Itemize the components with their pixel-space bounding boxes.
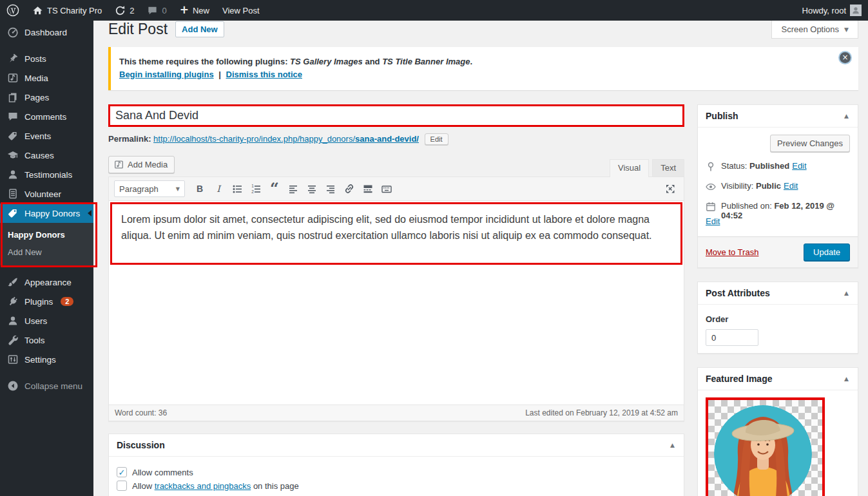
collapse-menu-button[interactable]: Collapse menu (0, 376, 93, 396)
publish-title: Publish (706, 111, 738, 121)
bullet-list-button[interactable] (229, 181, 246, 196)
featured-image-title: Featured Image (706, 374, 772, 384)
document-icon (7, 188, 19, 200)
svg-text:1: 1 (251, 184, 254, 188)
sidebar-item-pages[interactable]: Pages (0, 88, 93, 107)
allow-comments-checkbox[interactable]: ✓ (117, 467, 127, 477)
order-input[interactable] (706, 329, 758, 346)
add-media-button[interactable]: Add Media (108, 156, 175, 173)
new-content-menu[interactable]: + New (173, 0, 216, 21)
sidebar-item-causes[interactable]: Causes (0, 146, 93, 165)
allow-comments-label: Allow comments (132, 468, 193, 477)
italic-button[interactable]: I (210, 181, 227, 196)
sidebar-item-volunteer[interactable]: Volunteer (0, 184, 93, 204)
panel-toggle-icon[interactable]: ▲ (669, 442, 676, 448)
sidebar-item-testimonials[interactable]: Testimonials (0, 165, 93, 184)
wrench-icon (7, 334, 19, 346)
sidebar-item-plugins[interactable]: Plugins 2 (0, 292, 93, 311)
site-name-menu[interactable]: TS Charity Pro (26, 0, 108, 21)
post-title-input[interactable] (110, 106, 682, 125)
blockquote-button[interactable]: “ (266, 184, 283, 193)
align-left-button[interactable] (285, 181, 302, 196)
screen-options-tab[interactable]: Screen Options ▼ (771, 21, 858, 39)
pin-icon (706, 162, 716, 172)
allow-trackbacks-checkbox[interactable] (117, 481, 127, 491)
status-row: Status: PublishedEdit (706, 161, 850, 172)
post-content-text: Lorem ipsum dolor sit amet, consectetur … (112, 204, 680, 252)
permalink-row: Permalink: http://localhost/ts-charity-p… (108, 133, 684, 145)
sidebar-item-events[interactable]: Events (0, 126, 93, 146)
read-more-button[interactable] (360, 181, 376, 196)
comments-menu[interactable]: 0 (140, 0, 173, 21)
toolbar-toggle-button[interactable] (378, 181, 395, 196)
dismiss-notice-link[interactable]: Dismiss this notice (226, 70, 302, 79)
sidebar-item-tools[interactable]: Tools (0, 330, 93, 350)
featured-image-thumbnail[interactable] (706, 397, 825, 496)
tab-text[interactable]: Text (652, 159, 684, 176)
allow-trackbacks-label: Allow trackbacks and pingbacks on this p… (132, 481, 299, 491)
discussion-panel: Discussion ▲ ✓ Allow comments Allow trac… (108, 434, 684, 496)
update-button[interactable]: Update (804, 243, 850, 261)
trackbacks-pingbacks-link[interactable]: trackbacks and pingbacks (155, 481, 251, 491)
calendar-icon (706, 202, 716, 212)
updates-menu[interactable]: 2 (108, 0, 140, 21)
bold-button[interactable]: B (191, 181, 208, 196)
my-account-menu[interactable]: Howdy, root (796, 0, 868, 21)
wordpress-logo-menu[interactable] (0, 0, 26, 21)
user-icon (7, 315, 19, 327)
permalink-link[interactable]: http://localhost/ts-charity-pro/index.ph… (153, 134, 419, 144)
panel-toggle-icon[interactable]: ▲ (843, 113, 850, 119)
edit-published-date-link[interactable]: Edit (706, 216, 720, 226)
plugin-required-notice: This theme requires the following plugin… (108, 47, 858, 90)
numbered-list-button[interactable]: 12 (247, 181, 264, 196)
editor-content-area[interactable]: Lorem ipsum dolor sit amet, consectetur … (109, 201, 684, 405)
happy-donors-submenu: Happy Donors Add New (0, 223, 93, 265)
submenu-item-add-new[interactable]: Add New (0, 243, 93, 261)
submenu-item-happy-donors[interactable]: Happy Donors (0, 226, 93, 243)
avatar (850, 5, 862, 16)
view-post-menu[interactable]: View Post (216, 0, 266, 21)
move-to-trash-link[interactable]: Move to Trash (706, 247, 758, 257)
edit-visibility-link[interactable]: Edit (784, 181, 798, 191)
annotation-box-content: Lorem ipsum dolor sit amet, consectetur … (110, 202, 682, 265)
wordpress-logo-icon (6, 4, 19, 17)
link-button[interactable] (341, 181, 358, 196)
sidebar-item-users[interactable]: Users (0, 311, 93, 330)
last-edited: Last edited on February 12, 2019 at 4:52… (525, 408, 678, 417)
begin-installing-plugins-link[interactable]: Begin installing plugins (119, 70, 214, 79)
sidebar-item-posts[interactable]: Posts (0, 49, 93, 68)
fullscreen-button[interactable] (662, 181, 679, 196)
visibility-value: Public (756, 181, 781, 191)
panel-toggle-icon[interactable]: ▲ (843, 290, 850, 296)
dismiss-icon[interactable]: × (840, 52, 851, 63)
paragraph-format-select[interactable]: Paragraph ▼ (114, 180, 185, 197)
panel-toggle-icon[interactable]: ▲ (843, 376, 850, 382)
sidebar-item-appearance[interactable]: Appearance (0, 272, 93, 292)
sidebar-item-media[interactable]: Media (0, 68, 93, 88)
featured-image-photo (708, 400, 822, 496)
post-attributes-panel: Post Attributes ▲ Order (697, 281, 858, 354)
notice-actions: Begin installing plugins | Dismiss this … (119, 70, 833, 79)
sidebar-item-happy-donors[interactable]: Happy Donors (0, 204, 93, 223)
edit-permalink-button[interactable]: Edit (425, 133, 448, 145)
paintbrush-icon (7, 276, 19, 288)
svg-text:2: 2 (251, 189, 254, 194)
comments-count: 0 (162, 6, 166, 15)
align-right-button[interactable] (322, 181, 339, 196)
tab-visual[interactable]: Visual (610, 159, 649, 177)
sidebar-item-dashboard[interactable]: Dashboard (0, 23, 93, 42)
media-icon (7, 72, 19, 84)
plus-icon: + (180, 5, 189, 15)
tag-icon (7, 130, 19, 142)
discussion-title: Discussion (117, 440, 165, 450)
preview-changes-button[interactable]: Preview Changes (770, 135, 850, 152)
add-new-button[interactable]: Add New (175, 21, 224, 37)
align-center-button[interactable] (304, 181, 320, 196)
site-name-label: TS Charity Pro (47, 6, 102, 15)
sidebar-item-settings[interactable]: Settings (0, 350, 93, 369)
edit-status-link[interactable]: Edit (792, 161, 806, 171)
featured-image-panel: Featured Image ▲ (697, 367, 858, 496)
notice-text: This theme requires the following plugin… (119, 57, 833, 66)
visibility-row: Visibility: PublicEdit (706, 181, 850, 192)
sidebar-item-comments[interactable]: Comments (0, 107, 93, 126)
